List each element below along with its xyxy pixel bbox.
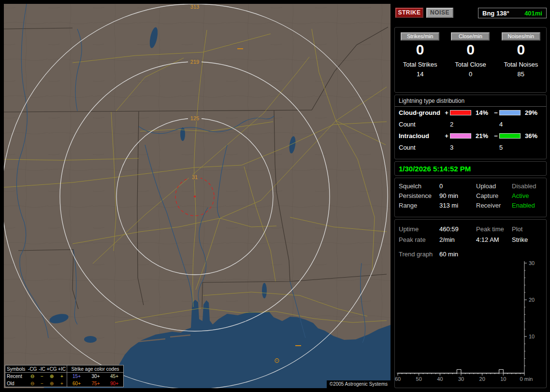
receiver-label: Receiver	[476, 202, 512, 209]
distance-value: 401mi	[524, 10, 542, 17]
age-code-60: 60+	[67, 380, 86, 387]
noise-indicator[interactable]: NOISE	[426, 8, 453, 18]
legend-col-pcg: +CG	[46, 366, 57, 372]
peak-time-value: 4:12 AM	[476, 236, 512, 243]
peak-time-label: Peak time	[476, 225, 512, 233]
count-label: Count	[399, 144, 443, 151]
close-per-min-button[interactable]: Close/min	[451, 32, 490, 41]
cg-plus-bar	[450, 110, 471, 115]
uptime-value: 460:59	[439, 225, 476, 233]
persistence-value: 90 min	[439, 192, 476, 199]
plus-sign: +	[443, 109, 450, 116]
age-code-75: 75+	[86, 381, 105, 386]
age-code-30: 30+	[86, 374, 105, 379]
svg-text:10: 10	[529, 334, 535, 339]
indicator-bar: STRIKE NOISE Bng 138° 401mi	[394, 6, 547, 20]
radar-map[interactable]: 313 219 125 31	[4, 4, 391, 388]
peak-rate-value: 2/min	[439, 236, 476, 243]
close-per-min-value: 0	[445, 42, 495, 57]
squelch-value: 0	[439, 182, 476, 190]
svg-text:30: 30	[458, 376, 464, 382]
strikes-per-min-value: 0	[395, 42, 445, 57]
ic-plus-bar	[450, 133, 471, 139]
intracloud-count-row: Count 3 5	[395, 141, 546, 153]
nic-recent-symbol: −	[38, 374, 46, 379]
settings-row: Range 313 mi Receiver Enabled	[395, 200, 546, 210]
settings-row: Squelch 0 Upload Disabled	[395, 181, 546, 191]
stats-panel: Uptime 460:59 Peak time Plot Peak rate 2…	[394, 219, 547, 388]
nexstorm-window: { "topbar": { "strike": "STRIKE", "noise…	[0, 0, 550, 392]
bearing-value: Bng 138°	[482, 10, 509, 17]
strikes-counter-column: Strikes/min 0 Total Strikes 14	[395, 28, 445, 92]
ic-minus-bar	[499, 133, 521, 139]
trend-graph-label: Trend graph	[399, 251, 439, 258]
age-code-15: 15+	[67, 373, 86, 380]
noises-per-min-button[interactable]: Noises/min	[502, 32, 540, 41]
svg-text:20: 20	[529, 297, 535, 303]
strike-legend: Symbols -CG -IC +CG +IC Strike age color…	[5, 365, 124, 387]
ring-label-31: 31	[192, 174, 198, 180]
upload-status: Disabled	[512, 182, 546, 190]
pcg-old-symbol: ⊕	[46, 381, 57, 386]
svg-text:10: 10	[500, 376, 506, 382]
total-close-label: Total Close	[445, 61, 495, 68]
svg-text:40: 40	[437, 376, 443, 382]
ncg-old-symbol: ⊖	[27, 381, 38, 386]
lightning-distribution-panel: Lightning type distribution Cloud-ground…	[394, 95, 547, 159]
bearing-display: Bng 138° 401mi	[478, 8, 547, 18]
capture-label: Capture	[476, 192, 512, 199]
trend-graph-row: Trend graph 60 min	[395, 249, 546, 259]
svg-text:30: 30	[529, 260, 535, 266]
legend-symbols-header: Symbols	[7, 366, 27, 372]
plot-label: Plot	[512, 225, 546, 233]
svg-text:0 min: 0 min	[520, 376, 533, 382]
age-code-90: 90+	[105, 381, 123, 386]
ic-plus-pct: 21%	[472, 132, 492, 140]
legend-col-nic: -IC	[38, 366, 46, 372]
total-strikes-value: 14	[395, 70, 445, 78]
legend-old-row: Old ⊖ − ⊕ + 60+ 75+ 90+	[5, 380, 123, 387]
strikes-per-min-button[interactable]: Strikes/min	[401, 32, 439, 41]
trend-graph: 6050403020100 min102030	[395, 259, 547, 387]
noises-counter-column: Noises/min 0 Total Noises 85	[496, 28, 546, 92]
intracloud-row: Intracloud + 21% − 36%	[395, 130, 546, 141]
ring-label-219: 219	[190, 59, 199, 65]
stats-row: Peak rate 2/min 4:12 AM Strike	[395, 234, 546, 245]
trend-graph-duration: 60 min	[439, 251, 476, 258]
control-panel: STRIKE NOISE Bng 138° 401mi Strikes/min …	[394, 4, 547, 388]
plus-sign: +	[443, 132, 450, 140]
settings-row: Persistence 90 min Capture Active	[395, 191, 546, 200]
range-value: 313 mi	[439, 202, 476, 209]
distribution-title: Lightning type distribution	[395, 95, 546, 107]
capture-status: Active	[512, 192, 546, 199]
legend-col-ncg: -CG	[27, 366, 38, 372]
total-strikes-label: Total Strikes	[395, 61, 445, 68]
persistence-label: Persistence	[399, 192, 439, 199]
cloud-ground-row: Cloud-ground + 14% − 29%	[395, 107, 546, 118]
svg-text:20: 20	[479, 376, 485, 382]
legend-old-label: Old	[7, 381, 27, 386]
ic-plus-count: 3	[450, 144, 472, 151]
pcg-recent-symbol: ⊕	[46, 374, 57, 379]
datetime-display: 1/30/2026 5:14:52 PM	[395, 162, 546, 176]
close-counter-column: Close/min 0 Total Close 0	[445, 28, 495, 92]
clock-panel: 1/30/2026 5:14:52 PM	[394, 161, 547, 176]
count-label: Count	[399, 121, 443, 128]
squelch-label: Squelch	[399, 182, 439, 190]
cg-minus-pct: 29%	[521, 109, 546, 116]
total-noises-label: Total Noises	[496, 61, 546, 68]
map-container: 313 219 125 31 Symbols -CG -IC +CG +IC S…	[4, 4, 391, 388]
cg-minus-bar	[499, 110, 521, 115]
minus-sign: −	[492, 132, 499, 140]
legend-col-pic: +IC	[57, 366, 67, 372]
strike-indicator[interactable]: STRIKE	[395, 8, 423, 18]
uptime-label: Uptime	[399, 225, 439, 233]
total-close-value: 0	[445, 70, 495, 78]
cg-plus-pct: 14%	[472, 109, 492, 116]
ic-minus-count: 5	[499, 144, 521, 151]
settings-panel: Squelch 0 Upload Disabled Persistence 90…	[394, 178, 547, 217]
minus-sign: −	[492, 109, 499, 116]
sensor-location-marker	[194, 196, 196, 197]
ncg-recent-symbol: ⊖	[27, 374, 38, 379]
cg-minus-count: 4	[499, 121, 521, 128]
